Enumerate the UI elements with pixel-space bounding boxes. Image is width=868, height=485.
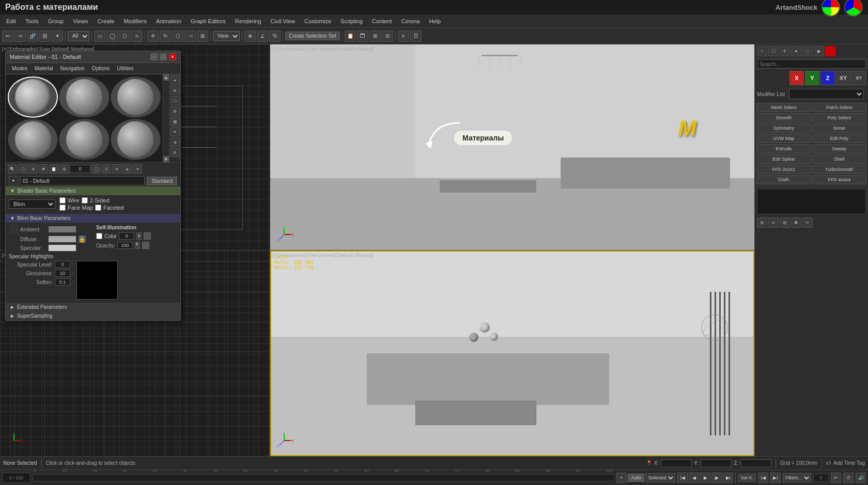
link-btn[interactable]: 🔗 xyxy=(27,30,38,42)
play-prev-btn[interactable]: ◀ xyxy=(689,473,699,483)
specular-swatch[interactable] xyxy=(48,244,76,252)
opacity-value[interactable] xyxy=(117,242,133,249)
menu-graph-editors[interactable]: Graph Editors xyxy=(187,17,230,25)
spec-level-slider[interactable] xyxy=(72,263,73,265)
named-sel-btn[interactable]: 📋 xyxy=(345,30,356,42)
mat-slot-4[interactable] xyxy=(8,119,58,160)
camera-viewport[interactable]: Материалы M [+] [Camera001] [User Define… xyxy=(270,44,754,251)
mat-menu-options[interactable]: Options xyxy=(89,65,113,72)
perspective-viewport[interactable]: Total Polys: 618 885 Verts: 572 738 [*] … xyxy=(270,251,754,456)
redo-btn[interactable]: ↪ xyxy=(14,30,26,42)
menu-civil-view[interactable]: Civil View xyxy=(267,17,299,25)
mat-tool-8[interactable]: ⊛ xyxy=(171,148,180,157)
add-time-tag-btn[interactable]: 🏷 Add Time Tag xyxy=(826,460,865,466)
mat-tool-5[interactable]: ▦ xyxy=(171,117,180,126)
mod-ffd-4x4[interactable]: FFD 4x4x4 xyxy=(812,175,867,184)
mat-menu-material[interactable]: Material xyxy=(32,65,56,72)
menu-modifiers[interactable]: Modifiers xyxy=(119,17,151,25)
mat-tb-8[interactable]: ⊡ xyxy=(102,164,111,174)
y-btn[interactable]: Y xyxy=(805,71,819,85)
mat-tb-3[interactable]: ⊕ xyxy=(28,164,38,174)
rs-bottom-icon-1[interactable]: ⊕ xyxy=(757,217,767,228)
mat-minimize-btn[interactable]: – xyxy=(150,53,158,60)
select-btn[interactable]: ✦ xyxy=(52,30,63,42)
mat-tb-5[interactable]: 📋 xyxy=(49,164,58,174)
menu-views[interactable]: Views xyxy=(69,17,92,25)
glossiness-slider[interactable] xyxy=(72,272,73,274)
mat-tool-2[interactable]: ⊕ xyxy=(171,86,180,95)
wire-checkbox[interactable] xyxy=(59,197,66,204)
mat-scroll-down[interactable]: ▼ xyxy=(163,156,169,162)
spec-level-input[interactable] xyxy=(55,261,70,268)
mat-scroll-up[interactable]: ▲ xyxy=(163,74,169,81)
mirror2-btn[interactable]: 🗖 xyxy=(357,30,368,42)
mod-patch-select[interactable]: Patch Select xyxy=(812,103,867,112)
rs-bottom-icon-4[interactable]: ✖ xyxy=(791,217,801,228)
mat-menu-utilities[interactable]: Utilities xyxy=(114,65,136,72)
rs-icon-circle[interactable]: ● xyxy=(791,46,801,56)
color-illum-value[interactable] xyxy=(119,232,134,240)
percent-snap-btn[interactable]: % xyxy=(269,30,281,42)
mod-cloth[interactable]: Cloth xyxy=(756,175,811,184)
rs-icon-render[interactable]: ▶ xyxy=(814,46,824,56)
timeline-track[interactable]: 5 10 15 20 25 30 35 40 45 50 55 60 65 70… xyxy=(33,474,614,481)
mod-turbosm[interactable]: TurboSmooth xyxy=(812,165,867,174)
face-map-checkbox[interactable] xyxy=(59,205,66,211)
play-next-btn[interactable]: ▶ xyxy=(711,473,722,483)
soften-input[interactable] xyxy=(55,278,70,286)
mod-sweep[interactable]: Sweep xyxy=(812,144,867,153)
align-btn[interactable]: ⊞ xyxy=(197,30,208,42)
menu-create[interactable]: Create xyxy=(93,17,118,25)
xy-btn[interactable]: XY xyxy=(836,71,850,85)
two-sided-checkbox[interactable] xyxy=(82,197,88,204)
scene-btn[interactable]: 🗒 xyxy=(410,30,422,42)
diffuse-swatch[interactable] xyxy=(48,236,76,243)
layer-btn[interactable]: ≡ xyxy=(398,30,409,42)
angle-snap-btn[interactable]: ∠ xyxy=(257,30,268,42)
mat-tool-4[interactable]: ⊞ xyxy=(171,106,180,116)
mod-smooth[interactable]: Smooth xyxy=(756,113,811,122)
mat-name-input[interactable] xyxy=(20,176,145,185)
x-input[interactable] xyxy=(661,459,692,467)
snap-btn[interactable]: ⊕ xyxy=(244,30,256,42)
x-btn[interactable]: X xyxy=(789,71,804,85)
rs-bottom-icon-3[interactable]: ⊞ xyxy=(780,217,790,228)
shader-type-select[interactable]: Blinn xyxy=(9,199,55,209)
mat-slot-6[interactable] xyxy=(111,119,161,160)
next-key-btn[interactable]: ▶| xyxy=(770,473,781,483)
mat-maximize-btn[interactable]: □ xyxy=(160,53,167,60)
frame-input[interactable]: 0 xyxy=(813,474,829,482)
move-btn[interactable]: ✛ xyxy=(147,30,159,42)
modifier-list-select[interactable] xyxy=(789,89,864,99)
menu-edit[interactable]: Edit xyxy=(2,17,20,25)
xp-btn[interactable]: X? xyxy=(851,71,866,85)
opacity-swatch[interactable] xyxy=(142,242,149,249)
rs-icon-box[interactable]: □ xyxy=(802,46,813,56)
mat-tb-1[interactable]: 🔍 xyxy=(8,164,17,174)
soften-slider[interactable] xyxy=(72,281,73,283)
mod-noise[interactable]: Noise xyxy=(812,123,867,133)
mod-edit-poly[interactable]: Edit Poly xyxy=(812,134,867,143)
select-fence-btn[interactable]: ⬡ xyxy=(119,30,130,42)
mod-symmetry[interactable]: Symmetry xyxy=(756,123,811,133)
super-sampling-header[interactable]: ► SuperSampling xyxy=(6,311,180,320)
mat-slot-3[interactable] xyxy=(111,76,161,118)
rs-bottom-icon-5[interactable]: ✏ xyxy=(802,217,813,228)
anim-btn-add[interactable]: + xyxy=(616,473,627,483)
rotate-btn[interactable]: ↻ xyxy=(160,30,171,42)
menu-help[interactable]: Help xyxy=(425,17,445,25)
menu-animation[interactable]: Animation xyxy=(152,17,185,25)
play-end-btn[interactable]: ▶| xyxy=(723,473,733,483)
opacity-arrows[interactable]: ⬆ xyxy=(135,242,140,249)
mat-tb-2[interactable]: ⬡ xyxy=(18,164,27,174)
menu-corona[interactable]: Corona xyxy=(397,17,424,25)
rs-icon-move[interactable]: ✛ xyxy=(780,46,790,56)
mat-tb-delete[interactable]: ✖ xyxy=(39,164,48,174)
mat-tb-11[interactable]: ✦ xyxy=(133,164,142,174)
undo-btn[interactable]: ↩ xyxy=(2,30,13,42)
rs-red-color-indicator[interactable] xyxy=(825,46,835,56)
mat-menu-navigation[interactable]: Navigation xyxy=(57,65,88,72)
faceted-checkbox[interactable] xyxy=(95,205,101,211)
rs-icon-select[interactable]: ☐ xyxy=(768,46,779,56)
mod-shell[interactable]: Shell xyxy=(812,154,867,164)
